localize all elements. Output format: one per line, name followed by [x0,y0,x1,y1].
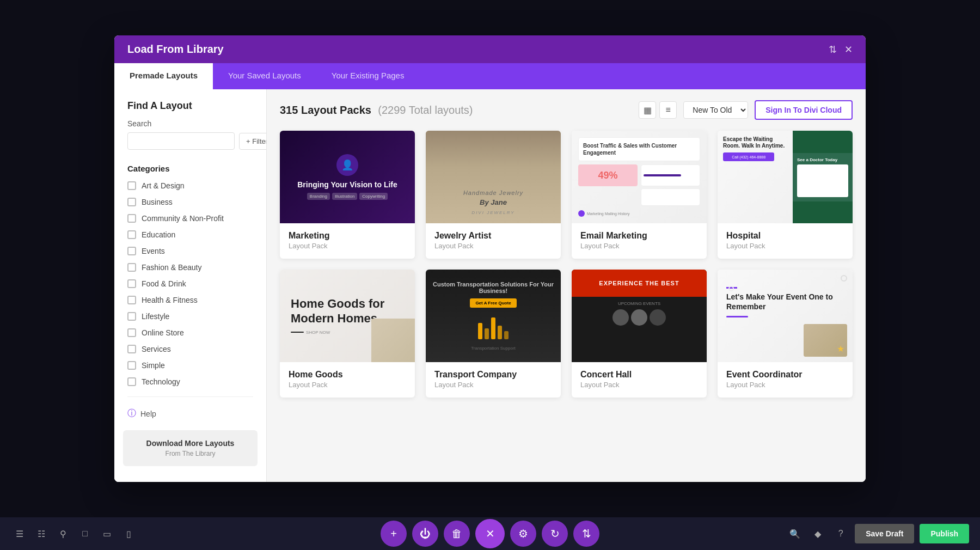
delete-button[interactable]: 🗑 [444,521,470,547]
help-row[interactable]: ⓘ Help [114,404,266,424]
sort-header-icon[interactable]: ⇅ [829,44,837,56]
sign-in-divi-cloud-button[interactable]: Sign In To Divi Cloud [755,100,853,120]
menu-icon[interactable]: ☰ [11,525,28,542]
layout-thumbnail: Boost Traffic & Sales with Customer Enga… [572,131,707,223]
marketing-thumb-text: 👤 Bringing Your Vision to Life Branding … [292,149,403,205]
layout-card-jewelry[interactable]: Handmade Jewelry By Jane DIVI JEWELRY Je… [426,131,561,259]
layout-card-event[interactable]: Let's Make Your Event One to Remember ★ [718,270,853,398]
tablet-icon[interactable]: ▭ [98,525,115,542]
category-events[interactable]: Events [114,243,266,259]
category-checkbox[interactable] [127,230,136,239]
concert-avatars [576,309,702,326]
sidebar-divider [127,396,253,397]
layout-card-marketing[interactable]: 👤 Bringing Your Vision to Life Branding … [280,131,415,259]
search-tool-icon[interactable]: ⚲ [54,525,72,542]
category-checkbox[interactable] [127,296,136,304]
undo-button[interactable]: ↻ [542,521,568,547]
category-checkbox[interactable] [127,181,136,190]
layout-info: Transport Company Layout Pack [426,362,561,398]
search-input[interactable] [127,132,235,150]
desktop-icon[interactable]: □ [76,525,94,542]
layout-name: Marketing [289,231,406,241]
category-checkbox[interactable] [127,377,136,386]
view-icons: ▦ ≡ [639,101,677,119]
save-draft-button[interactable]: Save Draft [855,524,914,543]
transport-title: Custom Transportation Solutions For Your… [426,281,561,294]
center-tools: + ⏻ 🗑 ✕ ⚙ ↻ ⇅ [381,519,599,548]
transport-cta: Get A Free Quote [470,298,516,308]
email-stat: 49% [578,164,638,186]
sort-button[interactable]: ⇅ [573,521,599,547]
layout-info: Home Goods Layout Pack [280,362,415,398]
settings-button[interactable]: ⚙ [510,521,536,547]
layout-icon[interactable]: ☷ [33,525,50,542]
category-checkbox[interactable] [127,247,136,255]
diamond-icon[interactable]: ◆ [809,525,826,542]
category-checkbox[interactable] [127,279,136,288]
tab-saved[interactable]: Your Saved Layouts [213,63,316,89]
layout-info: Email Marketing Layout Pack [572,223,707,259]
layout-card-email[interactable]: Boost Traffic & Sales with Customer Enga… [572,131,707,259]
category-simple[interactable]: Simple [114,357,266,374]
category-business[interactable]: Business [114,194,266,210]
category-health-fitness[interactable]: Health & Fitness [114,292,266,308]
help-icon[interactable]: ? [832,525,849,542]
modal-header: Load From Library ⇅ ✕ [114,35,866,63]
category-education[interactable]: Education [114,227,266,243]
layout-card-transport[interactable]: Custom Transportation Solutions For Your… [426,270,561,398]
layout-card-hospital[interactable]: Escape the Waiting Room. Walk In Anytime… [718,131,853,259]
category-online-store[interactable]: Online Store [114,325,266,341]
modal-body: Find A Layout Search + Filter Categories… [114,89,866,482]
category-label: Fashion & Beauty [142,263,202,272]
concert-avatar [650,309,666,326]
filter-button[interactable]: + Filter [239,133,267,150]
category-services[interactable]: Services [114,341,266,357]
sidebar-find-section: Find A Layout Search + Filter [114,89,266,155]
search-label: Search [127,119,253,128]
category-checkbox[interactable] [127,328,136,337]
category-label: Technology [142,377,180,386]
tab-existing[interactable]: Your Existing Pages [316,63,420,89]
category-checkbox[interactable] [127,214,136,223]
left-tools: ☰ ☷ ⚲ □ ▭ ▯ [11,525,137,542]
category-checkbox[interactable] [127,263,136,272]
layout-card-homegoods[interactable]: Home Goods for Modern Homes SHOP NOW [280,270,415,398]
layout-thumbnail: 👤 Bringing Your Vision to Life Branding … [280,131,415,223]
email-content: Boost Traffic & Sales with Customer Enga… [572,131,707,223]
category-label: Education [142,230,175,239]
close-modal-icon[interactable]: ✕ [844,44,853,56]
publish-button[interactable]: Publish [920,524,969,543]
grid-view-button[interactable]: ▦ [639,101,656,119]
category-community[interactable]: Community & Non-Profit [114,210,266,227]
hospital-content: Escape the Waiting Room. Walk In Anytime… [718,131,853,223]
category-checkbox[interactable] [127,361,136,370]
power-button[interactable]: ⏻ [412,521,438,547]
add-button[interactable]: + [381,521,407,547]
download-subtitle: From The Library [132,450,249,457]
close-button[interactable]: ✕ [475,519,505,548]
category-checkbox[interactable] [127,198,136,206]
layout-type: Layout Pack [580,381,698,389]
category-checkbox[interactable] [127,312,136,321]
list-view-button[interactable]: ≡ [659,101,677,119]
category-technology[interactable]: Technology [114,374,266,390]
category-list: Art & Design Business Community & Non-Pr… [114,178,266,390]
category-fashion-beauty[interactable]: Fashion & Beauty [114,259,266,276]
categories-title: Categories [114,155,266,178]
hospital-image: See a Doctor Today [793,131,853,223]
category-art-design[interactable]: Art & Design [114,178,266,194]
layout-card-concert[interactable]: EXPERIENCE THE BEST UPCOMING EVENTS [572,270,707,398]
mobile-icon[interactable]: ▯ [120,525,137,542]
layout-name: Transport Company [434,370,552,380]
sort-select[interactable]: New To Old Old To New A to Z Z to A [683,101,748,119]
layout-type: Layout Pack [580,242,698,250]
category-lifestyle[interactable]: Lifestyle [114,308,266,325]
category-food-drink[interactable]: Food & Drink [114,276,266,292]
category-label: Food & Drink [142,279,186,288]
concert-dark: UPCOMING EVENTS [572,297,707,362]
search-icon[interactable]: 🔍 [786,525,804,542]
tab-premade[interactable]: Premade Layouts [114,63,213,89]
category-checkbox[interactable] [127,345,136,353]
content-header: 315 Layout Packs (2299 Total layouts) ▦ … [280,100,853,120]
transport-content: Custom Transportation Solutions For Your… [426,270,561,362]
